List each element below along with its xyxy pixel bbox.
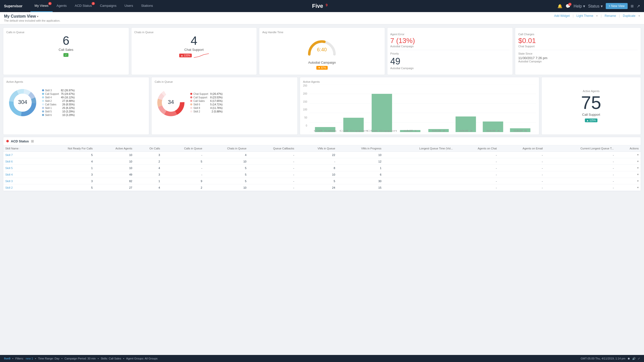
col-skill-name[interactable]: Skill Name ↕ [3, 145, 40, 152]
legend-value: 25 (8.22%) [62, 107, 75, 109]
svg-text:Skill 5: Skill 5 [513, 130, 527, 132]
tab-users[interactable]: Users [121, 0, 137, 12]
skill6-actions[interactable]: ▾ [616, 158, 641, 165]
expand-icon[interactable]: ↗ [637, 4, 640, 9]
col-agents-chat[interactable]: Agents on Chat [455, 145, 499, 152]
legend-dot [190, 100, 192, 102]
light-theme-link[interactable]: Light Theme [577, 14, 593, 18]
y-axis: 250 200 150 100 50 0 [303, 84, 308, 127]
priority-title: Priority [390, 52, 510, 55]
bar-chat-support [371, 94, 392, 132]
col-calls-queue[interactable]: Calls in Queue [162, 145, 204, 152]
separator-3: | [619, 14, 620, 18]
messages-badge: 1 [568, 3, 572, 6]
skill-5-link[interactable]: Skill 5 [5, 167, 13, 170]
legend-item: Call Sales 6 (17.65%) [190, 100, 222, 102]
skill-4-link[interactable]: Skill 4 [5, 173, 13, 176]
tab-campaigns[interactable]: Campaigns [96, 0, 121, 12]
skill7-on-calls: 3 [134, 152, 162, 158]
agent-error-number: 7 (13%) [390, 37, 510, 45]
col-actions[interactable]: Actions [616, 145, 641, 152]
skill7-actions[interactable]: ▾ [616, 152, 641, 158]
skill3-vms-q: 5 [296, 178, 337, 184]
skill2-chats-q: 10 [204, 184, 249, 191]
priority-sublabel: Autodial Campaign [390, 67, 510, 70]
skill3-actions-btn[interactable]: ▾ [637, 179, 639, 182]
table-row: Skill 2 5 27 4 2 10 - 24 15 - - - ▾ [3, 184, 641, 191]
col-queue-callbacks[interactable]: Queue Callbacks [248, 145, 296, 152]
calls-in-queue-donut-title: Calls in Queue [155, 80, 294, 83]
skill7-actions-btn[interactable]: ▾ [637, 153, 639, 156]
col-agents-email[interactable]: Agents on Email [499, 145, 545, 152]
messages-button[interactable]: 💬 1 [565, 4, 571, 9]
tab-my-views[interactable]: My Views 6 [30, 0, 52, 12]
skill-7-link[interactable]: Skill 7 [5, 153, 13, 156]
skill2-q-callbacks: - [248, 184, 296, 191]
subheader-right: Add Widget | Light Theme ▾ | Rename | Du… [554, 14, 640, 18]
tab-agents[interactable]: Agents [53, 0, 71, 12]
acd-filter-icon[interactable]: ⊞ [31, 139, 34, 143]
chart-area-1: 304 Skill 3 82 (26.97%) Call Support 75 … [6, 84, 146, 122]
skill-3-link[interactable]: Skill 3 [5, 180, 13, 183]
y-label-150: 150 [303, 100, 307, 103]
tab-stations[interactable]: Stations [137, 0, 157, 12]
y-label-50: 50 [305, 116, 307, 119]
col-vms-queue[interactable]: VMs in Queue [296, 145, 337, 152]
skill2-actions-btn[interactable]: ▾ [637, 186, 639, 189]
legend-dot [42, 103, 44, 105]
grid-icon[interactable]: ⊞ [631, 4, 634, 8]
tab-acd-status[interactable]: ACD Status 2 [71, 0, 96, 12]
legend-value: 6 (17.65%) [210, 100, 222, 102]
skill4-on-calls: 3 [134, 171, 162, 178]
svg-text:Skill 3: Skill 3 [459, 130, 472, 132]
legend-value: 5 (14.71%) [210, 103, 222, 106]
col-on-calls[interactable]: On Calls [134, 145, 162, 152]
skill3-actions[interactable]: ▾ [616, 178, 641, 184]
skill6-calls-q: 5 [162, 158, 204, 165]
state-since-row: State Since 11/30/2017 7:26 pm Autodial … [518, 50, 638, 65]
legend-label: Skill 3 [45, 89, 59, 92]
skill4-longest-q [384, 171, 455, 178]
page-title[interactable]: My Custom View ▾ [4, 14, 60, 19]
col-not-ready[interactable]: Not Ready For Calls [40, 145, 95, 152]
duplicate-link[interactable]: Duplicate [623, 14, 635, 18]
nav-right: 🔔 💬 1 Help ▾ Status ▾ + New View ⊞ ↗ [557, 3, 640, 9]
skill-2-link[interactable]: Skill 2 [5, 186, 13, 189]
skill7-agents-chat: - [455, 152, 499, 158]
skill3-not-ready: 3 [40, 178, 95, 184]
table-header-row: Skill Name ↕ Not Ready For Calls Active … [3, 145, 641, 152]
state-since-title: State Since [518, 52, 638, 55]
new-view-label: + New View [609, 4, 625, 8]
skill4-actions[interactable]: ▾ [616, 171, 641, 178]
charges-stat-card: Call Charges $0.01 Chat Support State Si… [518, 31, 638, 65]
col-vms-progress[interactable]: VMs in Progress [337, 145, 384, 152]
legend-label: Skill 6 [45, 114, 60, 116]
skill5-actions[interactable]: ▾ [616, 165, 641, 171]
skill7-chats-q: 4 [204, 152, 249, 158]
new-view-button[interactable]: + New View [606, 3, 628, 9]
skill6-actions-btn[interactable]: ▾ [637, 160, 639, 163]
skill4-active: 49 [95, 171, 134, 178]
skill6-q-callbacks: - [248, 158, 296, 165]
skill2-agents-email: - [499, 184, 545, 191]
status-button[interactable]: Status ▾ [588, 4, 603, 9]
skill5-not-ready: 1 [40, 165, 95, 171]
skill4-actions-btn[interactable]: ▾ [637, 173, 639, 176]
col-chats-queue[interactable]: Chats in Queue [204, 145, 249, 152]
legend-item: Call Sales 26 (8.55%) [42, 103, 75, 106]
col-active-agents[interactable]: Active Agents [95, 145, 134, 152]
col-longest-queue[interactable]: Longest Queue Time (Vol... [384, 145, 455, 152]
col-current-longest[interactable]: Current Longest Queue T... [545, 145, 616, 152]
legend-dot [42, 114, 44, 116]
active-agents-large-label: Call Support [582, 113, 600, 116]
tab-stations-label: Stations [141, 4, 153, 8]
help-button[interactable]: Help ▾ [574, 4, 585, 9]
add-widget-link[interactable]: Add Widget [554, 14, 570, 18]
skill3-q-callbacks: - [248, 178, 296, 184]
skill2-actions[interactable]: ▾ [616, 184, 641, 191]
notifications-button[interactable]: 🔔 [557, 4, 562, 9]
skill5-agents-email: - [499, 165, 545, 171]
skill5-actions-btn[interactable]: ▾ [637, 166, 639, 169]
rename-link[interactable]: Rename [604, 14, 616, 18]
skill-6-link[interactable]: Skill 6 [5, 160, 13, 163]
